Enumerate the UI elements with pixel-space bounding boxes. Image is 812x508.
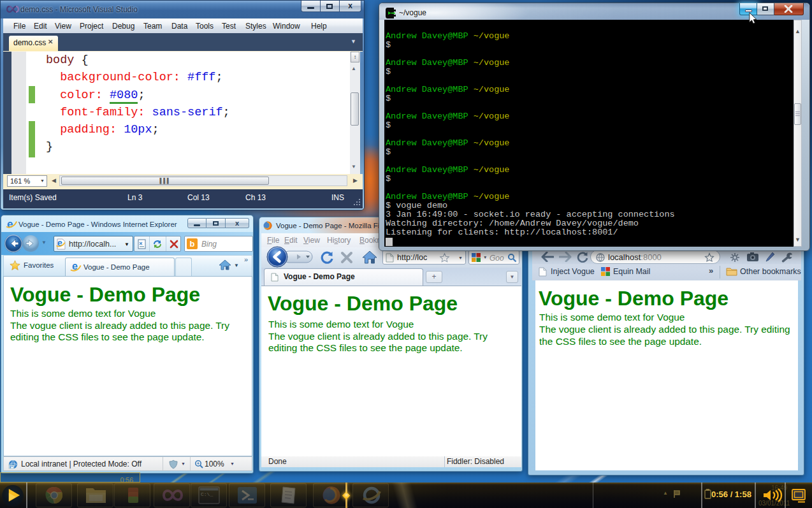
svg-text:C:\_: C:\_ — [201, 491, 213, 497]
